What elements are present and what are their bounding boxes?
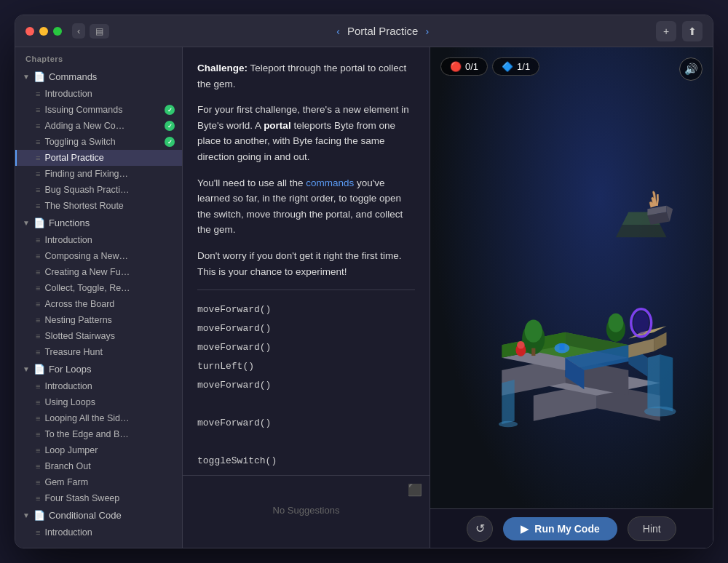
lesson-label: Treasure Hunt xyxy=(44,347,102,357)
chapter-conditional-label: Conditional Code xyxy=(49,510,122,521)
chapter-forloops-label: For Loops xyxy=(49,364,92,375)
next-lesson-arrow[interactable]: › xyxy=(425,25,429,37)
add-button[interactable]: + xyxy=(656,21,676,41)
lesson-item[interactable]: ≡ Branch Out xyxy=(15,458,182,474)
code-line: moveForward() xyxy=(197,319,415,338)
minimize-button[interactable] xyxy=(39,27,48,36)
challenge-label: Challenge: xyxy=(197,63,248,73)
app-window: ‹ ▤ ‹ Portal Practice › + ⬆ Chapters ▼ 📄… xyxy=(15,15,713,548)
code-editor[interactable]: moveForward() moveForward() moveForward(… xyxy=(197,300,415,471)
lesson-icon: ≡ xyxy=(36,153,40,162)
lesson-item[interactable]: ≡ Finding and Fixing… xyxy=(15,166,182,182)
maximize-button[interactable] xyxy=(53,27,62,36)
lesson-item[interactable]: ≡ Looping All the Sid… xyxy=(15,410,182,426)
lesson-icon: ≡ xyxy=(36,185,40,194)
lesson-item[interactable]: ≡ Composing a New… xyxy=(15,248,182,264)
gem-count: 0/1 xyxy=(465,61,478,72)
chapter-functions[interactable]: ▼ 📄 Functions xyxy=(15,214,182,232)
sidebar-toggle-button[interactable]: ▤ xyxy=(90,24,109,39)
no-suggestions-label: No Suggestions xyxy=(273,505,340,516)
lesson-icon: ≡ xyxy=(36,252,40,260)
prev-lesson-arrow[interactable]: ‹ xyxy=(336,25,340,37)
lesson-label: Loop Jumper xyxy=(44,445,98,455)
window-title: Portal Practice xyxy=(347,25,419,37)
lesson-item[interactable]: ≡ Introduction xyxy=(15,86,182,102)
content-panel: Challenge: Teleport through the portal t… xyxy=(183,47,430,548)
lesson-item-active[interactable]: ≡ Portal Practice xyxy=(15,150,182,166)
lesson-item[interactable]: ≡ Issuing Commands ✓ xyxy=(15,102,182,118)
reset-button[interactable]: ↺ xyxy=(467,516,493,542)
close-button[interactable] xyxy=(25,27,34,36)
lesson-item[interactable]: ≡ Gem Farm xyxy=(15,474,182,490)
commands-link[interactable]: commands xyxy=(306,177,354,188)
lesson-item[interactable]: ≡ The Shortest Route xyxy=(15,198,182,214)
title-area: ‹ Portal Practice › xyxy=(109,25,656,37)
lesson-icon: ≡ xyxy=(36,414,40,423)
lesson-icon: ≡ xyxy=(36,398,40,407)
folder-icon: 📄 xyxy=(33,71,45,82)
gem-score: 🔴 0/1 xyxy=(440,57,488,76)
lesson-item[interactable]: ≡ Loop Jumper xyxy=(15,442,182,458)
lesson-label: Bug Squash Practi… xyxy=(44,185,129,195)
svg-point-32 xyxy=(633,311,649,334)
chapter-commands[interactable]: ▼ 📄 Commands xyxy=(15,68,182,86)
chapter-conditional[interactable]: ▼ 📄 Conditional Code xyxy=(15,506,182,524)
lesson-item[interactable]: ≡ Introduction xyxy=(15,232,182,248)
lesson-item[interactable]: ≡ Introduction xyxy=(15,524,182,540)
lesson-icon: ≡ xyxy=(36,446,40,455)
run-button[interactable]: ▶ Run My Code xyxy=(503,517,617,540)
lesson-item[interactable]: ≡ Slotted Stairways xyxy=(15,328,182,344)
lesson-icon: ≡ xyxy=(36,89,40,98)
chapter-forloops[interactable]: ▼ 📄 For Loops xyxy=(15,360,182,378)
lesson-item[interactable]: ≡ Creating a New Fu… xyxy=(15,264,182,280)
reset-icon: ↺ xyxy=(475,522,485,535)
code-line: moveForward() xyxy=(197,414,415,433)
lesson-label: Issuing Commands xyxy=(44,105,122,115)
hint-label: Hint xyxy=(643,523,661,535)
svg-marker-15 xyxy=(654,332,666,351)
code-line: toggleSwitch() xyxy=(197,452,415,471)
hint-button[interactable]: Hint xyxy=(628,516,676,541)
lesson-item[interactable]: ≡ Treasure Hunt xyxy=(15,344,182,360)
svg-marker-28 xyxy=(502,380,514,424)
lesson-label: Finding and Fixing… xyxy=(44,169,128,179)
traffic-lights xyxy=(25,27,62,36)
lesson-label: Composing a New… xyxy=(44,251,128,261)
lesson-label: Creating a New Fu… xyxy=(44,267,130,277)
challenge-para: Challenge: Teleport through the portal t… xyxy=(197,60,415,92)
main-content: Chapters ▼ 📄 Commands ≡ Introduction ≡ I… xyxy=(15,47,713,548)
completed-badge: ✓ xyxy=(165,121,175,131)
share-button[interactable]: ⬆ xyxy=(682,21,703,41)
lesson-item[interactable]: ≡ Nesting Patterns xyxy=(15,312,182,328)
lesson-item[interactable]: ≡ Across the Board xyxy=(15,296,182,312)
titlebar-actions: + ⬆ xyxy=(656,21,703,41)
lesson-icon: ≡ xyxy=(36,300,40,308)
lesson-label: Using Loops xyxy=(44,397,95,407)
sound-button[interactable]: 🔊 xyxy=(679,57,703,81)
lesson-item[interactable]: ≡ Bug Squash Practi… xyxy=(15,182,182,198)
folder-icon: 📄 xyxy=(33,364,45,375)
lesson-icon: ≡ xyxy=(36,105,40,114)
code-line: moveForward() xyxy=(197,338,415,357)
lesson-item[interactable]: ≡ Introduction xyxy=(15,378,182,394)
lesson-label: Toggling a Switch xyxy=(44,137,115,147)
lesson-item[interactable]: ≡ To the Edge and B… xyxy=(15,426,182,442)
svg-marker-0 xyxy=(616,225,667,237)
lesson-label: Introduction xyxy=(44,527,92,538)
folder-icon: 📄 xyxy=(33,217,45,228)
lesson-label: Gem Farm xyxy=(44,477,88,487)
lesson-item[interactable]: ≡ Four Stash Sweep xyxy=(15,490,182,506)
lesson-item[interactable]: ≡ Collect, Toggle, Re… xyxy=(15,280,182,296)
back-button[interactable]: ‹ xyxy=(72,23,85,39)
collapse-icon: ▼ xyxy=(23,511,30,519)
code-line-empty xyxy=(197,433,415,452)
lesson-item[interactable]: ≡ Toggling a Switch ✓ xyxy=(15,134,182,150)
lesson-item[interactable]: ≡ Adding a New Co… ✓ xyxy=(15,118,182,134)
chapters-label: Chapters xyxy=(15,47,182,68)
suggestions-area: ⬛ No Suggestions xyxy=(183,475,430,548)
lesson-label: Introduction xyxy=(44,89,92,99)
content-scroll[interactable]: Challenge: Teleport through the portal t… xyxy=(183,47,430,475)
code-line: turnLeft() xyxy=(197,357,415,376)
lesson-icon: ≡ xyxy=(36,137,40,146)
lesson-item[interactable]: ≡ Using Loops xyxy=(15,394,182,410)
